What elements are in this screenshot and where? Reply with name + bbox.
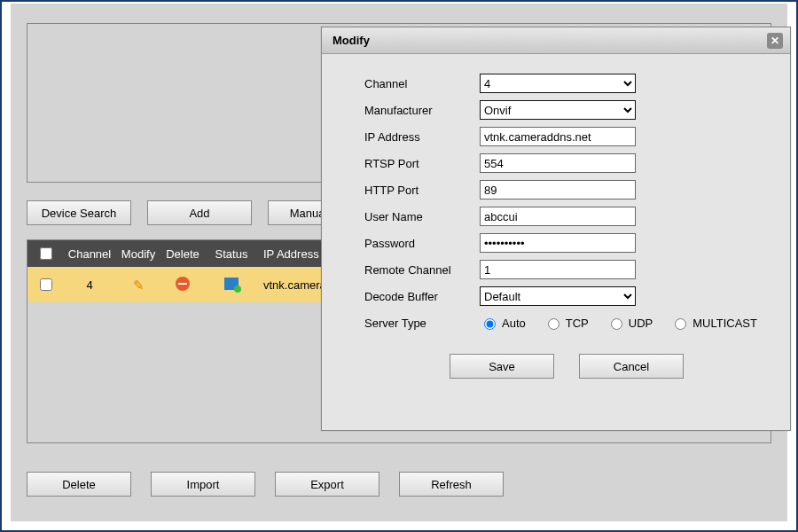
monitor-ok-icon [224, 278, 239, 290]
password-input[interactable] [480, 233, 636, 253]
label-password: Password [364, 237, 480, 250]
dialog-title: Modify [332, 34, 370, 47]
label-decode: Decode Buffer [364, 290, 480, 303]
ip-input[interactable] [480, 127, 636, 146]
decode-buffer-select[interactable]: Default [480, 286, 636, 306]
toolbar-bottom: Delete Import Export Refresh [27, 472, 504, 497]
http-input[interactable] [480, 180, 636, 200]
col-modify: Modify [116, 247, 160, 261]
label-server: Server Type [364, 317, 480, 330]
channel-select[interactable]: 4 [480, 74, 636, 93]
radio-multicast[interactable] [675, 318, 686, 330]
server-type-radios: Auto TCP UDP MULTICAST [480, 316, 757, 330]
modify-dialog: Modify ✕ Channel 4 Manufacturer [321, 27, 791, 431]
dialog-form: Channel 4 Manufacturer Onvif [322, 54, 790, 387]
row-channel: 4 [63, 278, 116, 292]
row-checkbox[interactable] [40, 278, 52, 291]
rtsp-input[interactable] [480, 153, 636, 173]
import-button[interactable]: Import [151, 472, 255, 497]
remote-channel-input[interactable] [480, 260, 636, 279]
select-all-checkbox[interactable] [40, 247, 52, 260]
save-button[interactable]: Save [450, 354, 554, 379]
export-button[interactable]: Export [275, 472, 379, 497]
col-status: Status [205, 247, 258, 261]
label-ip: IP Address [364, 130, 480, 144]
delete-button[interactable]: Delete [27, 472, 131, 497]
label-user: User Name [364, 210, 480, 223]
radio-udp[interactable] [611, 318, 622, 330]
label-manufacturer: Manufacturer [364, 104, 480, 117]
dialog-titlebar: Modify ✕ [322, 27, 790, 54]
col-delete: Delete [160, 247, 205, 261]
device-search-button[interactable]: Device Search [27, 200, 131, 225]
radio-auto-label: Auto [502, 317, 526, 330]
radio-multicast-label: MULTICAST [692, 317, 757, 330]
label-rtsp: RTSP Port [364, 157, 480, 170]
radio-auto[interactable] [484, 318, 496, 330]
username-input[interactable] [480, 207, 636, 226]
label-http: HTTP Port [364, 184, 480, 197]
add-button[interactable]: Add [147, 200, 252, 225]
manufacturer-select[interactable]: Onvif [480, 100, 636, 120]
label-channel: Channel [364, 77, 480, 90]
minus-circle-icon[interactable] [176, 277, 190, 291]
pencil-icon[interactable] [131, 278, 145, 292]
main-panel: Device Search Add Manual Add Channel Mod… [11, 4, 787, 521]
close-icon[interactable]: ✕ [767, 33, 783, 49]
cancel-button[interactable]: Cancel [579, 354, 684, 379]
col-channel: Channel [63, 247, 116, 261]
radio-tcp-label: TCP [566, 317, 589, 330]
refresh-button[interactable]: Refresh [399, 472, 504, 497]
radio-udp-label: UDP [629, 317, 653, 330]
label-remote: Remote Channel [364, 263, 480, 277]
radio-tcp[interactable] [548, 318, 559, 330]
